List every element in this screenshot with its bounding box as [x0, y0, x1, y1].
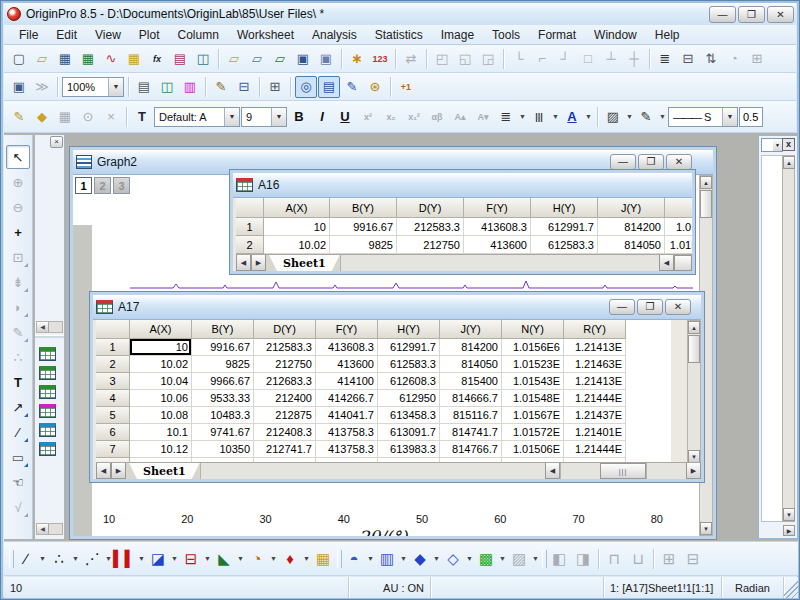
cell[interactable]: 9825	[192, 356, 254, 373]
vertical-text-icon[interactable]: |||	[528, 106, 550, 128]
worksheet-window-icon[interactable]	[39, 347, 56, 361]
toolbar-grip[interactable]	[540, 547, 547, 571]
equation-tool-icon[interactable]: √	[6, 495, 30, 519]
cell[interactable]: 413600	[464, 236, 531, 254]
line-tool-icon[interactable]: ∕	[6, 420, 30, 444]
column-header[interactable]: R(Y)	[564, 320, 626, 339]
cell[interactable]: 1.01523E6	[665, 236, 692, 254]
matrix-window-icon[interactable]	[39, 404, 56, 418]
hscroll-track[interactable]	[646, 463, 686, 479]
open-excel-icon[interactable]: ▱	[269, 48, 291, 70]
axis-bottom-left-icon[interactable]: └	[508, 48, 530, 70]
scroll-up-icon[interactable]: ▲	[700, 176, 712, 189]
layer-grid4-icon[interactable]: ◱	[454, 48, 476, 70]
menu-edit[interactable]: Edit	[47, 26, 86, 44]
save-window-icon[interactable]: ▣	[315, 48, 337, 70]
sheet-tab[interactable]: Sheet1	[269, 255, 340, 271]
chevron-down-icon[interactable]: ▼	[71, 548, 80, 570]
chevron-down-icon[interactable]: ▼	[302, 548, 311, 570]
cell[interactable]: 212400	[254, 390, 316, 407]
cell[interactable]: 414100	[316, 373, 378, 390]
cell[interactable]: 212875	[254, 407, 316, 424]
cell[interactable]: 10.04	[130, 373, 192, 390]
cell[interactable]: 612991.7	[378, 339, 440, 356]
arrow-tool-icon[interactable]: ↗	[6, 395, 30, 419]
cell[interactable]: 814050	[440, 356, 502, 373]
cell[interactable]: 9825	[330, 236, 397, 254]
menu-plot[interactable]: Plot	[130, 26, 169, 44]
row-header[interactable]: 2	[96, 356, 130, 373]
cell[interactable]: 212408.3	[254, 424, 316, 441]
open-graph-icon[interactable]: ▱	[246, 48, 268, 70]
hscroll-track[interactable]	[560, 463, 600, 479]
dock-combobox[interactable]: ▼	[761, 138, 783, 152]
maximize-icon[interactable]: ❐	[738, 6, 765, 23]
chevron-down-icon[interactable]: ▼	[722, 108, 737, 126]
pan-tool-icon[interactable]: ☜	[6, 470, 30, 494]
cell[interactable]: 212750	[397, 236, 464, 254]
column-header[interactable]: F(Y)	[464, 198, 531, 218]
scroll-thumb[interactable]	[700, 190, 712, 218]
image-plot-icon[interactable]: ▨	[507, 547, 531, 571]
cell[interactable]: 814666.7	[440, 390, 502, 407]
plot-setup-icon[interactable]: ▦	[311, 547, 335, 571]
row-header[interactable]: 6	[96, 424, 130, 441]
new-excel-icon[interactable]: ▦	[77, 48, 99, 70]
cell[interactable]: 815400	[440, 373, 502, 390]
cell[interactable]: 1.21437E	[564, 407, 626, 424]
graph-template-icon[interactable]: ◪	[146, 547, 170, 571]
chevron-down-icon[interactable]: ▼	[498, 548, 507, 570]
grid-corner[interactable]	[236, 198, 264, 218]
cell[interactable]: 815116.7	[440, 407, 502, 424]
chevron-down-icon[interactable]: ▼	[625, 106, 634, 128]
sheet-tab[interactable]: Sheet1	[129, 463, 200, 479]
a17-vscrollbar[interactable]: ▲ ▼	[687, 320, 701, 464]
3d-wireframe-icon[interactable]: ◇	[441, 547, 465, 571]
code-builder-icon[interactable]: ⊛	[364, 76, 386, 98]
cell[interactable]: 1.01506E	[502, 441, 564, 458]
column-header[interactable]: J(Y)	[440, 320, 502, 339]
column-header[interactable]	[665, 198, 692, 218]
cell[interactable]: 212750	[254, 356, 316, 373]
column-plot-icon[interactable]: ▍▍	[113, 547, 137, 571]
toolbar-grip[interactable]	[7, 547, 14, 571]
font-name-combobox[interactable]: Default: A▼	[154, 107, 240, 127]
box-chart-icon[interactable]: ⊟	[179, 547, 203, 571]
column-header[interactable]: B(Y)	[192, 320, 254, 339]
screen-reader-tool-icon[interactable]: +	[6, 220, 30, 244]
resize-grip[interactable]	[784, 577, 798, 598]
cell[interactable]: 212741.7	[254, 441, 316, 458]
scatter-plot-icon[interactable]: ∴	[47, 547, 71, 571]
chevron-down-icon[interactable]: ▼	[271, 108, 286, 126]
chevron-down-icon[interactable]: ▼	[551, 106, 560, 128]
tab-scroll-left-icon[interactable]: ◀	[96, 463, 111, 479]
scroll-down-icon[interactable]: ▼	[700, 522, 712, 535]
close-icon[interactable]: x	[782, 138, 795, 151]
cell[interactable]: 212583.3	[397, 218, 464, 236]
print-icon[interactable]: ▤	[133, 76, 155, 98]
style-copy-icon[interactable]: ▦	[54, 106, 76, 128]
a16-title-bar[interactable]: A16	[233, 173, 692, 198]
cell[interactable]: 413600	[316, 356, 378, 373]
align-top-edges-icon[interactable]: ⊓	[602, 547, 626, 571]
chevron-down-icon[interactable]: ▼	[531, 548, 540, 570]
cell[interactable]: 212683.3	[254, 373, 316, 390]
column-header[interactable]: D(Y)	[397, 198, 464, 218]
pe-folders-hscroll[interactable]: ◀	[36, 321, 63, 333]
pe-files-hscroll[interactable]: ◀	[36, 523, 63, 535]
cell[interactable]: 1.0156E6	[502, 339, 564, 356]
add-new-columns-icon[interactable]: +1	[395, 76, 417, 98]
cell[interactable]: 10	[264, 218, 330, 236]
row-header[interactable]: 1	[96, 339, 130, 356]
image-export-icon[interactable]: ▥	[179, 76, 201, 98]
font-size-combobox[interactable]: 9▼	[241, 107, 287, 127]
menu-image[interactable]: Image	[432, 26, 483, 44]
column-header[interactable]: H(Y)	[378, 320, 440, 339]
rectangle-tool-icon[interactable]: ▭	[6, 445, 30, 469]
chevron-down-icon[interactable]: ▼	[584, 106, 593, 128]
cell[interactable]: 10.12	[130, 441, 192, 458]
cell[interactable]: 413608.3	[464, 218, 531, 236]
zoom-level-combobox[interactable]: 100%▼	[62, 77, 124, 97]
cell[interactable]: 1.21413E	[564, 373, 626, 390]
worksheet-window-icon[interactable]	[39, 385, 56, 399]
